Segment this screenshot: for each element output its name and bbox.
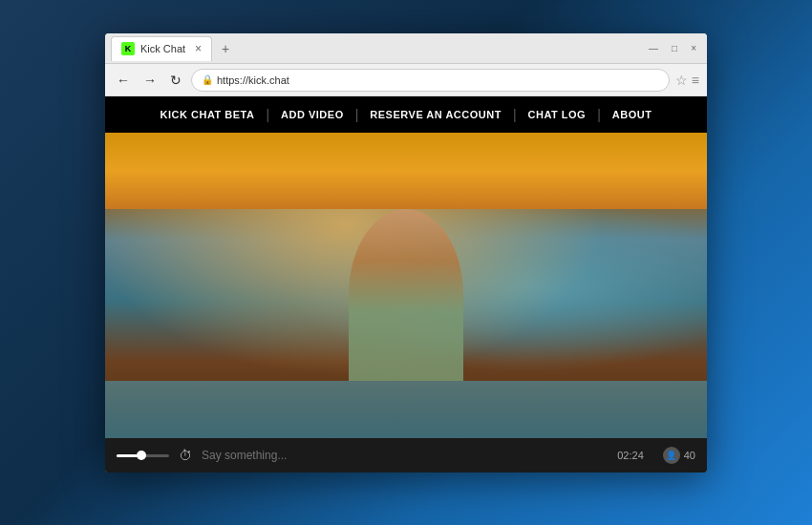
nav-add-video[interactable]: ADD VIDEO [271,109,353,120]
viewers-count: 40 [684,450,695,461]
forward-button[interactable]: → [139,71,160,90]
volume-control[interactable] [117,454,169,457]
browser-window: K Kick Chat × + — □ × ← → ↻ 🔒 https://ki… [105,33,707,472]
browser-tab[interactable]: K Kick Chat × [111,36,212,61]
chat-input[interactable] [202,449,608,462]
video-background [105,133,707,438]
url-text: https://kick.chat [217,74,289,86]
url-box[interactable]: 🔒 https://kick.chat [191,69,670,92]
tab-title: Kick Chat [140,43,185,54]
menu-icon[interactable]: ≡ [692,73,699,88]
secure-icon: 🔒 [202,74,213,85]
site-nav: KICK CHAT BETA | ADD VIDEO | RESERVE AN … [105,96,707,133]
nav-reserve-account[interactable]: RESERVE AN ACCOUNT [360,109,511,120]
controls-bar: ⏱ 02:24 👤 40 [105,438,707,472]
title-bar: K Kick Chat × + — □ × [105,33,707,64]
video-player[interactable] [105,133,707,438]
address-bar: ← → ↻ 🔒 https://kick.chat ☆ ≡ [105,64,707,96]
close-button[interactable]: × [686,41,701,55]
nav-sep-4: | [595,107,603,122]
tab-favicon: K [121,42,135,55]
website-content: KICK CHAT BETA | ADD VIDEO | RESERVE AN … [105,96,707,472]
bookmark-icon[interactable]: ☆ [675,73,688,88]
volume-track[interactable] [117,454,169,457]
play-button[interactable]: ⏱ [179,448,192,463]
back-button[interactable]: ← [113,71,134,90]
video-water [105,381,707,438]
volume-thumb[interactable] [137,451,146,460]
minimize-button[interactable]: — [644,41,663,55]
new-tab-button[interactable]: + [216,39,235,58]
nav-kick-chat-beta[interactable]: KICK CHAT BETA [151,109,265,120]
nav-sep-2: | [353,107,361,122]
refresh-button[interactable]: ↻ [166,71,185,90]
video-sky [105,133,707,209]
address-actions: ☆ ≡ [675,73,699,88]
nav-chat-log[interactable]: CHAT LOG [519,109,596,120]
nav-about[interactable]: ABOUT [603,109,662,120]
nav-sep-3: | [511,107,519,122]
viewer-icon: 👤 [663,447,680,464]
video-timestamp: 02:24 [617,450,644,461]
video-figure [349,209,463,381]
volume-fill [117,454,138,457]
tab-close-button[interactable]: × [195,42,202,55]
tab-strip: K Kick Chat × + [111,36,638,61]
nav-sep-1: | [264,107,271,122]
viewers-badge: 👤 40 [663,447,695,464]
maximize-button[interactable]: □ [667,41,682,55]
window-controls: — □ × [644,41,701,55]
desktop: K Kick Chat × + — □ × ← → ↻ 🔒 https://ki… [0,0,812,525]
